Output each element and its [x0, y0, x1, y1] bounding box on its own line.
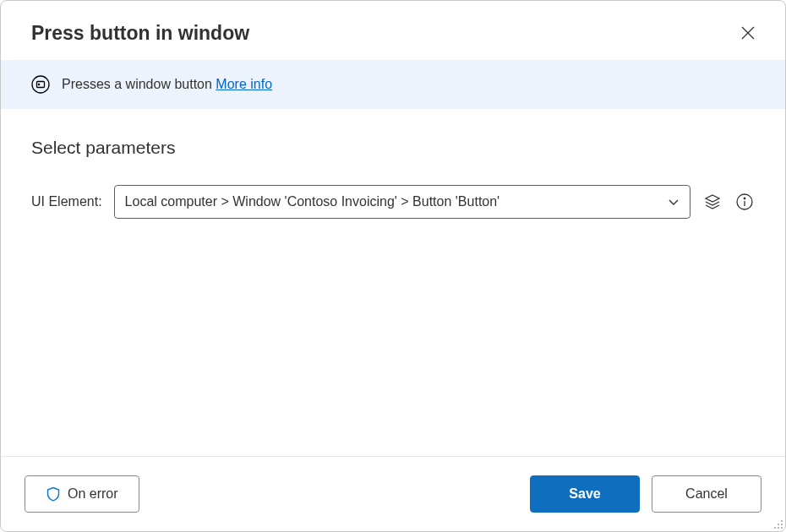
svg-point-9 — [781, 520, 783, 522]
save-button[interactable]: Save — [530, 475, 640, 513]
banner-text: Presses a window button More info — [62, 77, 272, 92]
info-button[interactable] — [734, 192, 755, 212]
ui-element-picker-button[interactable] — [702, 192, 723, 212]
action-icon — [31, 75, 50, 94]
banner-description: Presses a window button — [62, 77, 212, 91]
ui-element-value: Local computer > Window 'Contoso Invoici… — [125, 194, 668, 209]
ui-element-row: UI Element: Local computer > Window 'Con… — [31, 185, 755, 219]
parameters-section-title: Select parameters — [31, 138, 755, 158]
svg-marker-5 — [706, 195, 719, 202]
svg-point-10 — [778, 524, 779, 525]
close-icon — [741, 26, 755, 40]
svg-point-12 — [774, 527, 776, 529]
footer-actions: Save Cancel — [530, 475, 761, 513]
dialog-header: Press button in window — [1, 1, 785, 60]
svg-point-2 — [32, 76, 49, 93]
svg-point-13 — [778, 527, 779, 529]
action-config-dialog: Press button in window Presses a window … — [0, 0, 786, 532]
dialog-title: Press button in window — [31, 22, 249, 45]
info-icon — [736, 193, 753, 210]
svg-point-7 — [744, 198, 745, 199]
svg-point-4 — [38, 84, 39, 84]
ui-element-label: UI Element: — [31, 194, 102, 209]
info-banner: Presses a window button More info — [1, 60, 785, 109]
cancel-button[interactable]: Cancel — [652, 475, 761, 513]
svg-point-14 — [781, 527, 783, 529]
chevron-down-icon — [668, 196, 680, 208]
svg-point-11 — [781, 524, 783, 525]
layers-icon — [704, 193, 721, 210]
dialog-footer: On error Save Cancel — [1, 456, 785, 531]
resize-handle[interactable] — [772, 518, 783, 529]
close-button[interactable] — [736, 21, 760, 45]
on-error-button[interactable]: On error — [25, 475, 139, 513]
on-error-label: On error — [68, 486, 118, 502]
dialog-content: Select parameters UI Element: Local comp… — [1, 109, 785, 456]
ui-element-dropdown[interactable]: Local computer > Window 'Contoso Invoici… — [114, 185, 690, 219]
more-info-link[interactable]: More info — [216, 77, 272, 91]
shield-icon — [46, 486, 61, 502]
